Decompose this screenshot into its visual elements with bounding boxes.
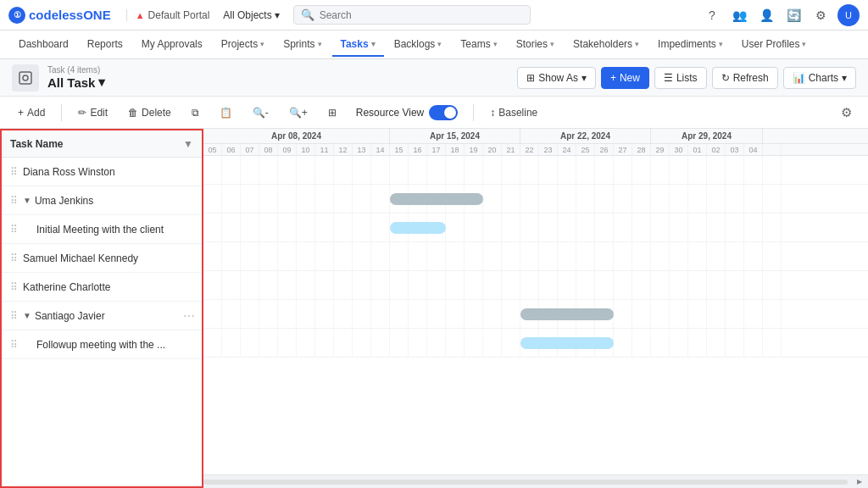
team-icon[interactable]: 👥 [729, 5, 749, 25]
gantt-cell [763, 329, 782, 357]
gantt-cell [297, 271, 315, 299]
gantt-cell [371, 329, 390, 357]
task-row[interactable]: ⠿ ▼ Santiago Javier ⋯ [2, 302, 202, 330]
expand-icon[interactable]: ▼ [23, 196, 31, 205]
search-input[interactable] [320, 9, 523, 21]
nav-user-profiles[interactable]: User Profiles ▾ [733, 33, 815, 57]
copy-button[interactable]: ⧉ [184, 103, 207, 123]
gantt-cell [651, 271, 670, 299]
paste-button[interactable]: 📋 [212, 103, 240, 123]
gantt-cell [334, 214, 353, 241]
chevron-down-icon: ▾ [635, 40, 639, 48]
gantt-cell [483, 156, 502, 184]
chevron-down-icon: ▾ [371, 40, 376, 48]
nav-reports[interactable]: Reports [79, 33, 131, 57]
show-as-label: Show As [538, 72, 578, 84]
task-row[interactable]: ⠿ Diana Ross Winston [2, 158, 202, 186]
task-row[interactable]: ⠿ ▼ Uma Jenkins [2, 186, 202, 215]
portal-name: Default Portal [148, 9, 210, 21]
task-row[interactable]: ⠿ Followup meeting with the ... [2, 330, 202, 359]
filter-icon[interactable]: ▼ [183, 138, 193, 150]
zoom-out-button[interactable]: 🔍- [245, 103, 276, 123]
chevron-down-icon: ▾ [719, 40, 723, 48]
lists-button[interactable]: ☰ Lists [654, 67, 707, 89]
layout-icon: ⊞ [328, 107, 337, 119]
gantt-cell [707, 300, 726, 328]
more-options-icon[interactable]: ⋯ [183, 309, 195, 323]
gantt-cell [465, 214, 483, 241]
nav-sprints[interactable]: Sprints ▾ [275, 33, 330, 57]
task-title[interactable]: All Task ▾ [47, 75, 105, 90]
gantt-day: 18 [446, 144, 465, 155]
task-row[interactable]: ⠿ Katherine Charlotte [2, 273, 202, 302]
task-row[interactable]: ⠿ Initial Meeting with the client [2, 215, 202, 244]
gantt-cell [427, 242, 446, 270]
chevron-down-icon: ▾ [842, 72, 847, 84]
gantt-cell [222, 185, 241, 213]
show-as-button[interactable]: ⊞ Show As ▾ [517, 67, 596, 89]
search-box[interactable]: 🔍 [293, 5, 531, 25]
layout-button[interactable]: ⊞ [320, 103, 344, 123]
gantt-day: 27 [614, 144, 632, 155]
all-objects-button[interactable]: All Objects ▾ [218, 7, 284, 24]
gantt-cell [353, 271, 371, 299]
help-icon[interactable]: ? [702, 5, 722, 25]
gantt-cell [595, 242, 614, 270]
gantt-cell [502, 300, 520, 328]
gantt-day: 07 [241, 144, 259, 155]
nav-projects[interactable]: Projects ▾ [213, 33, 273, 57]
gantt-cell [707, 242, 726, 270]
settings-icon[interactable]: ⚙ [810, 5, 831, 25]
gantt-cell [707, 271, 726, 299]
scroll-right-icon[interactable]: ▶ [854, 477, 865, 487]
gantt-cell [744, 214, 763, 241]
nav-dashboard[interactable]: Dashboard [10, 33, 77, 57]
gantt-cell [576, 271, 595, 299]
paste-icon: 📋 [220, 107, 232, 119]
nav-stories[interactable]: Stories ▾ [508, 33, 563, 57]
svg-point-1 [23, 75, 28, 80]
expand-icon[interactable]: ▼ [23, 311, 31, 320]
task-icon [12, 64, 39, 92]
delete-button[interactable]: 🗑 Delete [120, 103, 179, 123]
gantt-cell [446, 271, 465, 299]
resource-view-switch[interactable] [429, 105, 458, 120]
gantt-cell [744, 329, 763, 357]
nav-projects-label: Projects [221, 38, 258, 50]
refresh-button[interactable]: ↻ Refresh [712, 67, 778, 89]
settings-gear-button[interactable]: ⚙ [834, 101, 858, 125]
add-button[interactable]: + Add [10, 103, 53, 123]
task-row[interactable]: ⠿ Samuel Michael Kennedy [2, 244, 202, 273]
new-button[interactable]: + New [601, 67, 649, 89]
zoom-in-button[interactable]: 🔍+ [281, 103, 315, 123]
gantt-cell [465, 156, 483, 184]
nav-tasks[interactable]: Tasks ▾ [332, 33, 384, 57]
nav-approvals[interactable]: My Approvals [133, 33, 211, 57]
avatar[interactable]: U [837, 4, 860, 26]
user-icon[interactable]: 👤 [756, 5, 776, 25]
task-name: Diana Ross Winston [23, 166, 115, 178]
charts-button[interactable]: 📊 Charts ▾ [783, 67, 856, 89]
baseline-label: Baseline [498, 107, 537, 119]
gantt-area[interactable]: Apr 08, 2024 Apr 15, 2024 Apr 22, 2024 A… [203, 129, 868, 488]
gantt-cell [763, 185, 782, 213]
gantt-cell [241, 156, 259, 184]
nav-dashboard-label: Dashboard [19, 38, 69, 50]
gantt-cell [502, 185, 520, 213]
gantt-day: 04 [744, 144, 763, 155]
gantt-cell [576, 185, 595, 213]
baseline-button[interactable]: ↕ Baseline [482, 103, 545, 123]
gantt-cell [353, 214, 371, 241]
gantt-cell [315, 271, 334, 299]
edit-button[interactable]: ✏ Edit [70, 103, 115, 123]
chevron-down-icon: ▾ [437, 40, 442, 48]
nav-impediments[interactable]: Impediments ▾ [649, 33, 732, 57]
gantt-cell [334, 300, 353, 328]
nav-stakeholders[interactable]: Stakeholders ▾ [565, 33, 648, 57]
gantt-cell [576, 214, 595, 241]
nav-teams[interactable]: Teams ▾ [452, 33, 505, 57]
history-icon[interactable]: 🔄 [783, 5, 804, 25]
nav-tasks-label: Tasks [341, 38, 369, 50]
gantt-cell [539, 214, 558, 241]
nav-backlogs[interactable]: Backlogs ▾ [386, 33, 451, 57]
